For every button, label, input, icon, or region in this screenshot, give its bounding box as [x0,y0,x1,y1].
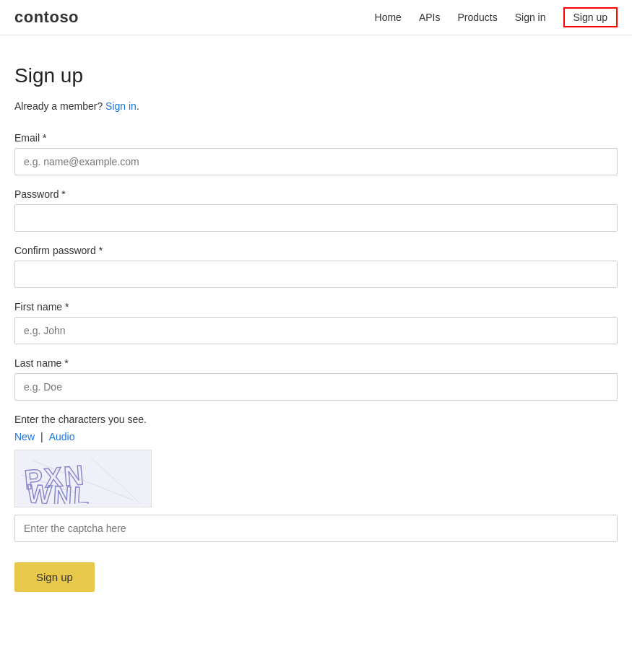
logo: contoso [14,8,79,27]
nav-apis[interactable]: APIs [419,12,441,23]
first-name-label: First name * [14,301,618,313]
captcha-instruction: Enter the characters you see. [14,414,618,425]
captcha-svg: PXN WNL [18,453,148,504]
first-name-field-group: First name * [14,301,618,344]
signup-button[interactable]: Sign up [14,562,95,592]
last-name-label: Last name * [14,357,618,369]
captcha-section: Enter the characters you see. New | Audi… [14,414,618,542]
password-input[interactable] [14,204,618,232]
signin-link[interactable]: Sign in [105,100,137,112]
email-label: Email * [14,132,618,144]
password-field-group: Password * [14,188,618,232]
last-name-field-group: Last name * [14,357,618,401]
svg-line-4 [90,457,141,504]
nav-signup[interactable]: Sign up [563,7,618,27]
page-title: Sign up [14,64,618,87]
nav-signin[interactable]: Sign in [515,12,546,23]
last-name-input[interactable] [14,373,618,401]
captcha-audio-link[interactable]: Audio [49,431,75,442]
nav-products[interactable]: Products [457,12,497,23]
svg-text:WNL: WNL [27,479,92,504]
captcha-new-link[interactable]: New [14,431,35,442]
captcha-image: PXN WNL [14,450,152,507]
password-label: Password * [14,188,618,200]
main-nav: Home APIs Products Sign in Sign up [375,7,618,27]
already-member-text: Already a member? Sign in. [14,100,618,112]
email-input[interactable] [14,148,618,175]
main-content: Sign up Already a member? Sign in. Email… [0,35,632,635]
confirm-password-input[interactable] [14,261,618,288]
first-name-input[interactable] [14,317,618,344]
captcha-links: New | Audio [14,431,618,442]
confirm-password-label: Confirm password * [14,245,618,256]
confirm-password-field-group: Confirm password * [14,245,618,288]
email-field-group: Email * [14,132,618,175]
nav-home[interactable]: Home [375,12,402,23]
captcha-input[interactable] [14,515,618,542]
captcha-link-separator: | [40,431,43,442]
